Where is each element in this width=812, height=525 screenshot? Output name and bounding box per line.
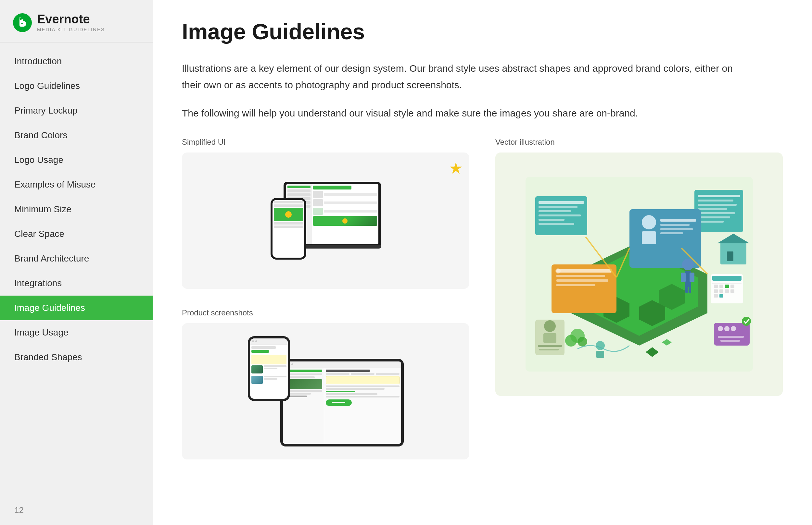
svg-rect-18	[698, 204, 737, 206]
tablet-line4	[326, 396, 400, 397]
vector-illustration-section: Vector illustration	[495, 138, 783, 460]
svg-point-50	[578, 337, 587, 347]
sidebar: Evernote MEDIA KIT GUIDELINES Introducti…	[0, 0, 153, 525]
svg-rect-42	[690, 273, 694, 282]
tablet-img-1	[285, 379, 322, 389]
svg-point-66	[724, 326, 729, 331]
svg-rect-64	[714, 323, 750, 346]
svg-rect-20	[698, 212, 735, 214]
line1	[264, 365, 287, 367]
mock-text-1	[324, 193, 377, 196]
sidebar-item-logo-guidelines[interactable]: Logo Guidelines	[0, 74, 153, 98]
sidebar-item-branded-shapes[interactable]: Branded Shapes	[0, 345, 153, 370]
brand-subtitle: MEDIA KIT GUIDELINES	[37, 27, 105, 32]
sidebar-item-integrations[interactable]: Integrations	[0, 271, 153, 296]
svg-point-39	[682, 259, 694, 270]
tablet-right-panel	[324, 368, 401, 444]
sidebar-item-logo-usage[interactable]: Logo Usage	[0, 148, 153, 172]
tablet-button	[326, 400, 352, 406]
vector-label: Vector illustration	[495, 138, 783, 147]
tdot3	[291, 363, 293, 365]
svg-rect-61	[730, 289, 734, 293]
svg-rect-55	[720, 285, 723, 288]
product-tablet-mockup	[280, 359, 404, 447]
intro-paragraph-1: Illustrations are a key element of our d…	[182, 60, 734, 93]
svg-rect-30	[556, 284, 595, 286]
page-number: 12	[0, 495, 153, 525]
product-phone-screen	[250, 339, 288, 399]
product-tablet-header	[283, 361, 401, 368]
svg-point-65	[718, 326, 723, 331]
product-screenshots-section: Product screenshots	[182, 308, 469, 460]
phone-product-row-1	[251, 365, 287, 374]
phone-row-2	[274, 205, 303, 207]
tablet-green-1	[285, 370, 322, 372]
tablet-green-line	[326, 391, 355, 392]
phone-img-1	[251, 365, 263, 374]
tablet-line3	[326, 393, 377, 395]
svg-rect-14	[538, 223, 574, 225]
simplified-ui-section: Simplified UI ★	[182, 138, 469, 289]
product-phone-body	[250, 345, 288, 386]
svg-point-49	[565, 335, 577, 347]
simplified-ui-box: ★	[182, 152, 469, 289]
svg-rect-38	[660, 232, 683, 234]
sidebar-item-introduction[interactable]: Introduction	[0, 49, 153, 74]
mock-row-3	[313, 208, 377, 215]
svg-rect-54	[714, 285, 718, 288]
dot1	[252, 340, 254, 342]
svg-rect-60	[725, 289, 729, 293]
phone-mockup	[271, 198, 306, 259]
phone-yellow-circle	[285, 211, 292, 218]
simplified-ui-label: Simplified UI	[182, 138, 469, 147]
tablet-row-1	[326, 373, 400, 375]
tablet-text-1	[285, 374, 322, 375]
phone-screen	[273, 200, 304, 258]
tablet-btn-text	[332, 402, 345, 403]
tr3	[376, 373, 400, 375]
product-screenshots-box	[182, 323, 469, 460]
mock-img-1	[313, 191, 323, 198]
main-content: Image Guidelines Illustrations are a key…	[153, 0, 812, 525]
sidebar-item-image-usage[interactable]: Image Usage	[0, 320, 153, 345]
logo-block: Evernote MEDIA KIT GUIDELINES	[0, 0, 153, 42]
page-title: Image Guidelines	[182, 19, 783, 44]
product-mock-container	[248, 336, 404, 447]
sidebar-item-image-guidelines[interactable]: Image Guidelines	[0, 296, 153, 320]
sidebar-item-clear-space[interactable]: Clear Space	[0, 222, 153, 246]
mock-circle-yellow	[342, 219, 348, 224]
vector-illustration-svg	[525, 177, 753, 372]
svg-rect-11	[538, 210, 571, 212]
svg-rect-28	[556, 275, 605, 277]
logo-text: Evernote MEDIA KIT GUIDELINES	[37, 13, 105, 32]
svg-rect-63	[720, 294, 723, 298]
mock-main-area	[312, 184, 378, 244]
sidebar-item-brand-colors[interactable]: Brand Colors	[0, 123, 153, 148]
image-grid: Simplified UI ★	[182, 138, 783, 460]
mock-img-3	[313, 208, 323, 215]
line2	[264, 368, 277, 369]
intro-paragraph-2: The following will help you understand o…	[182, 105, 734, 121]
svg-rect-35	[660, 219, 696, 222]
phone-text-1	[251, 346, 276, 349]
svg-rect-58	[714, 289, 718, 293]
svg-rect-19	[698, 208, 727, 210]
sidebar-nav: Introduction Logo Guidelines Primary Loc…	[0, 49, 153, 495]
product-tablet-screen	[283, 361, 401, 444]
svg-rect-57	[730, 285, 734, 288]
svg-rect-27	[556, 269, 612, 273]
sidebar-item-primary-lockup[interactable]: Primary Lockup	[0, 98, 153, 123]
svg-rect-41	[681, 273, 686, 282]
svg-rect-12	[538, 214, 581, 216]
svg-point-67	[731, 326, 736, 331]
line4	[264, 378, 277, 380]
product-screenshots-label: Product screenshots	[182, 308, 469, 317]
svg-rect-69	[721, 340, 740, 342]
svg-point-70	[742, 317, 751, 326]
svg-rect-56	[725, 285, 729, 288]
sidebar-item-brand-architecture[interactable]: Brand Architecture	[0, 246, 153, 271]
svg-rect-59	[720, 289, 723, 293]
svg-rect-43	[685, 286, 688, 293]
sidebar-item-examples-of-misuse[interactable]: Examples of Misuse	[0, 172, 153, 197]
sidebar-item-minimum-size[interactable]: Minimum Size	[0, 197, 153, 222]
